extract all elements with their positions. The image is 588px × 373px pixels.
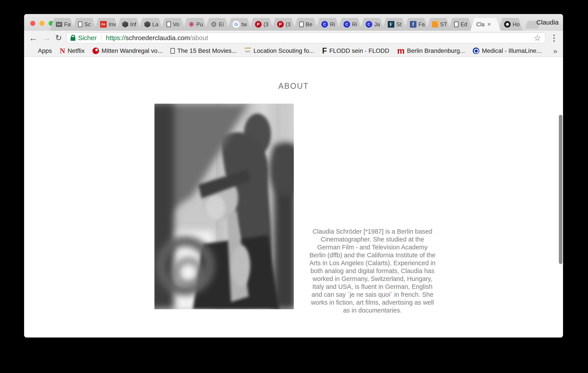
orange-box-icon [432, 21, 438, 27]
cube-icon [144, 21, 150, 28]
tab-label: Ri [330, 21, 335, 28]
tab-document-3[interactable]: Be [293, 18, 318, 31]
url-scheme: https:// [106, 34, 126, 42]
tab-label: Ei [219, 21, 224, 28]
scrollbar-thumb[interactable] [559, 115, 562, 264]
bookmark-mitten-wandregal[interactable]: Mitten Wandregal vo... [93, 47, 163, 54]
bookmark-label: Mitten Wandregal vo... [101, 47, 163, 54]
black-f-icon: F [322, 46, 327, 55]
tab-label: ST [440, 21, 447, 28]
secure-lock-icon[interactable] [71, 37, 75, 41]
tab-label: Pu [196, 21, 203, 28]
tab-aperture[interactable]: Ho [498, 18, 523, 31]
about-photo [155, 104, 294, 309]
red-m-icon: m [397, 48, 405, 54]
tab-orange[interactable]: ST [426, 18, 451, 31]
c-badge-icon: C [366, 21, 372, 28]
sad-folder-icon [56, 22, 62, 27]
tab-cube-1[interactable]: Inf [116, 18, 141, 31]
blue-ring-icon [473, 48, 479, 54]
tab-label: tw [242, 21, 247, 28]
close-window-button[interactable] [30, 21, 35, 26]
bookmark-netflix[interactable]: N Netflix [60, 47, 84, 55]
navigation-toolbar: ← → ↻ Sicher https://schroederclaudia.co… [24, 31, 563, 45]
tab-settings[interactable]: Ei [205, 18, 229, 31]
tab-label: St [396, 21, 402, 28]
tab-cube-2[interactable]: La [138, 18, 163, 31]
gear-icon [211, 21, 217, 28]
tab-favourites[interactable]: Fa [50, 18, 74, 31]
back-arrow-icon[interactable]: ← [29, 33, 38, 42]
tab-google[interactable]: G tw [227, 18, 252, 31]
bookmark-label: Location Scouting fo... [253, 47, 314, 54]
about-photo-graphic [155, 104, 294, 309]
f-badge-icon: F [388, 21, 394, 28]
bookmark-label: Apps [38, 47, 52, 54]
tab-c-badge-2[interactable]: C Ri [338, 18, 362, 31]
bio-paragraph: Claudia Schröder [*1987] is a Berlin bas… [308, 227, 436, 314]
minimize-window-button[interactable] [39, 21, 44, 26]
tab-strip: Fa Sc FA Inv Inf La Vo [50, 18, 539, 31]
menu-dots-icon[interactable]: ⋮ [550, 34, 558, 42]
tab-document[interactable]: Sc [72, 18, 97, 31]
tab-label: La [152, 21, 158, 28]
netflix-icon: N [60, 47, 65, 55]
red-dot-icon [93, 48, 99, 54]
fa-badge-icon: FA [100, 21, 107, 28]
tab-label: Be [306, 21, 312, 28]
bookmark-medical-illumaline[interactable]: Medical - IllumaLine... [473, 47, 541, 54]
flower-icon [189, 21, 194, 28]
google-icon: G [233, 21, 240, 28]
address-bar[interactable]: Sicher https://schroederclaudia.com/abou… [66, 32, 546, 43]
profile-name[interactable]: Claudia [536, 19, 559, 26]
bookmark-apps[interactable]: Apps [30, 47, 52, 54]
url-divider [101, 34, 101, 42]
document-icon [299, 21, 304, 27]
tab-label: Cla [476, 21, 485, 28]
c-badge-icon: C [321, 21, 328, 28]
reload-icon[interactable]: ↻ [55, 34, 62, 42]
page-title: ABOUT [24, 82, 563, 91]
browser-window: Fa Sc FA Inv Inf La Vo [24, 14, 563, 338]
tab-label: Vo [173, 21, 179, 28]
bookmark-location-scouting[interactable]: MN Location Scouting fo... [244, 47, 314, 54]
security-label[interactable]: Sicher [78, 34, 97, 42]
pinterest-icon: P [277, 21, 284, 28]
tab-facebook[interactable]: f Fa [404, 18, 429, 31]
bookmark-label: Netflix [67, 47, 84, 54]
bookmarks-overflow-chevron-icon[interactable]: » [553, 47, 557, 55]
tab-pinterest-2[interactable]: P (3 [271, 18, 296, 31]
tab-pinterest-1[interactable]: P (3 [249, 18, 274, 31]
tab-label: (3 [286, 21, 291, 28]
bookmark-flodd[interactable]: F FLODD sein - FLODD [322, 46, 389, 55]
tab-label: Ri [352, 21, 357, 28]
aperture-icon [504, 21, 511, 28]
url-path: /about [190, 34, 208, 42]
tab-f-badge[interactable]: F St [382, 18, 406, 31]
bookmark-star-icon[interactable]: ☆ [534, 34, 541, 42]
tab-close-icon[interactable]: × [487, 21, 491, 28]
tab-label: Ja [374, 21, 380, 28]
tab-c-badge-1[interactable]: C Ri [315, 18, 340, 31]
tab-document-4[interactable]: Ed [448, 18, 473, 31]
tab-document-2[interactable]: Vo [161, 18, 185, 31]
bookmark-label: Berlin Brandenburg... [407, 47, 465, 54]
url-text[interactable]: https://schroederclaudia.com/about [106, 34, 208, 42]
title-bar: Fa Sc FA Inv Inf La Vo [24, 14, 563, 31]
document-icon [170, 48, 175, 54]
tab-claudia-active[interactable]: Cla × [470, 18, 501, 31]
tab-label: Fa [419, 21, 425, 28]
bookmark-best-movies[interactable]: The 15 Best Movies... [170, 47, 237, 54]
cube-icon [122, 21, 128, 28]
tab-fa[interactable]: FA Inv [94, 18, 119, 31]
tab-flower[interactable]: Pu [183, 18, 207, 31]
apps-grid-icon [30, 48, 35, 54]
facebook-icon: f [410, 21, 417, 28]
mn-grid-icon: MN [244, 48, 251, 54]
bookmark-berlin-brandenburg[interactable]: m Berlin Brandenburg... [397, 47, 465, 54]
page-content: ABOUT [24, 57, 563, 338]
tab-c-badge-3[interactable]: C Ja [360, 18, 384, 31]
url-host: schroederclaudia.com [126, 34, 190, 42]
pinterest-icon: P [255, 21, 262, 28]
document-icon [454, 21, 459, 27]
